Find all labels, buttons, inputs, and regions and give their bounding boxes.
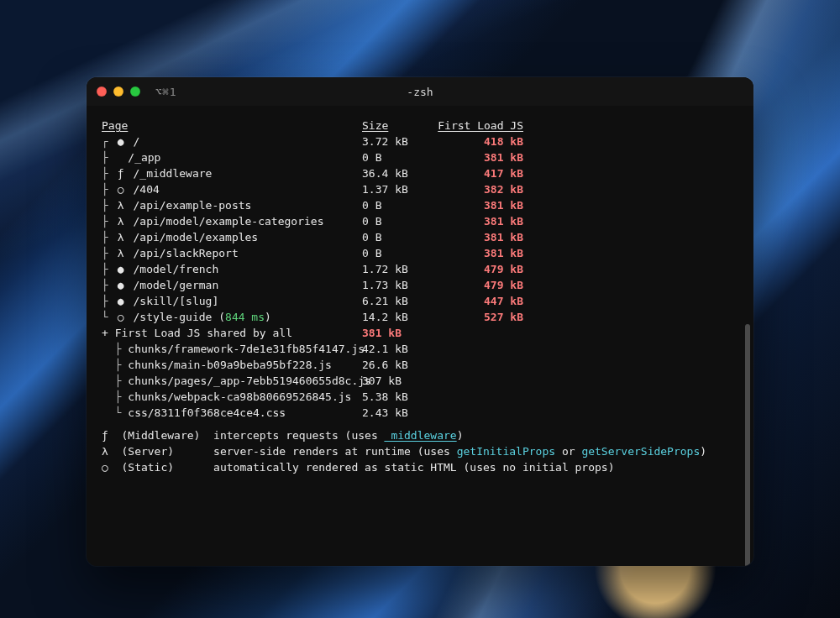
legend-middleware: ƒ (Middleware) intercepts requests (uses… <box>102 427 742 443</box>
route-row: ├ λ /api/slackReport0 B381 kB <box>102 245 742 261</box>
route-row: ├ λ /api/model/examples0 B381 kB <box>102 229 742 245</box>
chunk-row: ├ chunks/framework-7de1e31fb85f4147.js42… <box>102 341 742 357</box>
window-title: -zsh <box>87 86 753 98</box>
chunk-row: ├ chunks/main-b09a9beba95bf228.js26.6 kB <box>102 357 742 373</box>
close-icon[interactable] <box>97 86 107 97</box>
tab-shortcut: ⌥⌘1 <box>155 86 176 98</box>
route-row: ├ ● /skill/[slug]6.21 kB447 kB <box>102 293 742 309</box>
scrollbar-thumb[interactable] <box>745 324 750 566</box>
route-row: ├ ● /model/german1.73 kB479 kB <box>102 277 742 293</box>
terminal-window: ⌥⌘1 -zsh PageSizeFirst Load JS ┌ ● /3.72… <box>87 77 753 566</box>
route-row: ├ λ /api/example-posts0 B381 kB <box>102 197 742 213</box>
route-row: └ ○ /style-guide (844 ms)14.2 kB527 kB <box>102 309 742 325</box>
chunk-row: └ css/8311f0f368ce4ce4.css2.43 kB <box>102 405 742 421</box>
shared-header: + First Load JS shared by all381 kB <box>102 325 742 341</box>
chunk-row: ├ chunks/pages/_app-7ebb519460655d8c.js3… <box>102 373 742 389</box>
route-row: ├ ○ /4041.37 kB382 kB <box>102 181 742 197</box>
route-row: ├ /_app0 B381 kB <box>102 149 742 165</box>
route-row: ┌ ● /3.72 kB418 kB <box>102 134 742 149</box>
legend-server: λ (Server) server-side renders at runtim… <box>102 443 740 459</box>
legend-static: ○ (Static) automatically rendered as sta… <box>102 459 742 475</box>
route-row: ├ ● /model/french1.72 kB479 kB <box>102 261 742 277</box>
terminal-body[interactable]: PageSizeFirst Load JS ┌ ● /3.72 kB418 kB… <box>87 106 753 566</box>
route-row: ├ λ /api/model/example-categories0 B381 … <box>102 213 742 229</box>
table-header: PageSizeFirst Load JS <box>102 118 742 134</box>
chunk-row: ├ chunks/webpack-ca98b80669526845.js5.38… <box>102 389 742 405</box>
minimize-icon[interactable] <box>113 86 123 97</box>
route-row: ├ ƒ /_middleware36.4 kB417 kB <box>102 165 742 181</box>
titlebar[interactable]: ⌥⌘1 -zsh <box>87 77 753 106</box>
traffic-lights <box>97 86 140 97</box>
zoom-icon[interactable] <box>130 86 140 97</box>
